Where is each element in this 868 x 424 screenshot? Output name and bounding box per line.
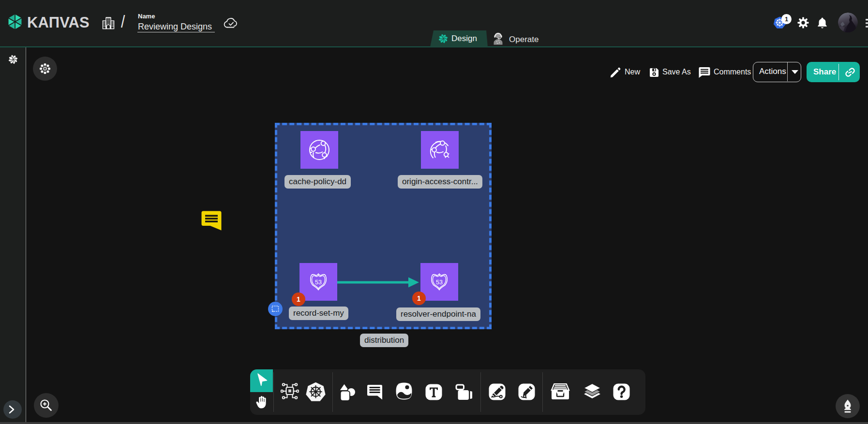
svg-text:53: 53 bbox=[315, 279, 322, 286]
svg-text:53: 53 bbox=[436, 279, 443, 286]
